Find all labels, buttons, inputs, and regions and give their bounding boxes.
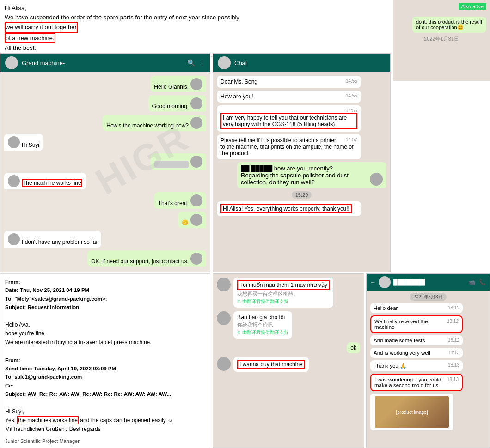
email-body-line2: of a new machine. xyxy=(5,33,291,44)
msg-avatar xyxy=(190,253,202,265)
mr-msg-left: Hi Alisa! Yes, everything works properly… xyxy=(217,201,361,216)
email-body2: hope you're fine. xyxy=(5,329,205,338)
subject2-label: Subject: xyxy=(5,391,26,397)
subject-label: Subject: xyxy=(5,304,26,310)
mr-msg-left: 14:57Please tell me if it is possible to… xyxy=(217,134,361,159)
bottom-mid-chat: Tôi muốn mua thêm 1 máy như vậy我想再买一台这样的… xyxy=(213,273,364,448)
br-image-bubble: [product image] xyxy=(370,394,453,430)
chat-msg-right: Hello Giannis, xyxy=(150,76,206,92)
email-body3: We are interested in buying a tri-layer … xyxy=(5,338,205,347)
msg-avatar xyxy=(8,175,20,187)
msg-avatar xyxy=(190,78,202,90)
mid-right-body: 14:55Dear Ms. Song14:55How are you!14:55… xyxy=(213,72,390,272)
back-icon[interactable]: ← xyxy=(370,279,376,285)
email-meta-1: From: Date: Thu, Nov 25, 2021 04:19 PM T… xyxy=(5,278,205,312)
bottom-mid-body: Tôi muốn mua thêm 1 máy như vậy我想再买一台这样的… xyxy=(213,274,364,448)
highlight-new-machine: of a new machine. xyxy=(5,33,55,44)
chat-msg-right: OK, if need our support, just contact us… xyxy=(87,250,206,267)
to-val: "Moly"<sales@grand-packing.com>; xyxy=(14,296,107,302)
mr-msg-left: 14:55How are you! xyxy=(217,91,361,103)
bottom-right-chat: ← ████████ 📹 📞 2022年5月3日18:12Hello dear1… xyxy=(366,273,490,448)
br-avatar xyxy=(379,276,391,288)
email-meta-2: From: Send time: Tuesday, April 19, 2022… xyxy=(5,356,205,399)
subject2-val: AW: Re: Re: AW: AW: Re: AW: Re: Re: AW: … xyxy=(28,391,172,397)
from-label: From: xyxy=(5,279,20,285)
br-msg: 18:12Hello dear xyxy=(370,303,463,313)
chat-window: Grand machine- 🔍 ⋮ Hello Giannis,Good mo… xyxy=(0,53,210,272)
mr-msg-right: ██ █████ how are you recently? Regarding… xyxy=(237,162,386,188)
email-body5: Yes, the machines works fine and the cap… xyxy=(5,416,205,425)
chat-msg-right: How's the machine working now? xyxy=(103,115,206,131)
bm-msg-left: Bạn báo giá cho tôi你给我报个价吧⊙ 由翻译君提供翻译支持 xyxy=(217,311,360,339)
chat-header: Grand machine- 🔍 ⋮ xyxy=(0,54,210,72)
time-divider: 15:29 xyxy=(292,191,312,199)
search-icon[interactable]: 🔍 xyxy=(187,59,195,67)
to2-val: sale1@grand-packing.com xyxy=(14,374,82,380)
top-right-date: 2022年1月31日 xyxy=(397,36,486,42)
bottom-left-email: From: Date: Thu, Nov 25, 2021 04:19 PM T… xyxy=(0,273,210,448)
msg-avatar xyxy=(190,117,202,129)
bm-msg-right: ok xyxy=(347,342,360,353)
msg-avatar xyxy=(190,194,202,206)
mid-right-avatar xyxy=(218,56,231,69)
menu-icon[interactable]: ⋮ xyxy=(199,59,205,67)
email-greeting: Hi Alisa, xyxy=(5,4,291,13)
product-image: [product image] xyxy=(375,396,449,428)
msg-avatar xyxy=(8,136,20,148)
top-right-chat: Also adve do it, this product is the res… xyxy=(393,0,490,81)
msg-avatar xyxy=(8,233,20,245)
also-adv-label: Also adve xyxy=(459,3,486,10)
signature-line1: Junior Scientific Project Manager xyxy=(5,437,205,446)
mr-msg-left: 14:55Dear Ms. Song xyxy=(217,76,361,88)
chat-msg-right: That's great. xyxy=(154,192,206,209)
body5-prefix: Yes, xyxy=(5,417,16,424)
chat-msg-left: Hi Suyi xyxy=(4,134,43,151)
mr-msg-left: 14:55I am very happy to tell you that ou… xyxy=(217,105,361,132)
to-label: To: xyxy=(5,296,13,302)
chat-msg-right: Good morning. xyxy=(148,95,206,112)
br-msg: 18:12And made some tests xyxy=(370,335,463,345)
highlight-carry-out: we will carry it out together xyxy=(5,22,78,33)
from2-label: From: xyxy=(5,357,20,363)
top-email-section: Hi Alisa, We have suspended the order of… xyxy=(0,0,296,57)
br-msg: 18:12We finally received the machine xyxy=(370,315,463,333)
subject-val: Request information xyxy=(28,304,80,310)
msg-avatar xyxy=(190,156,202,168)
to2-label: To: xyxy=(5,374,13,380)
call-icon[interactable]: 📞 xyxy=(479,279,486,285)
date-label: Date: xyxy=(5,287,18,293)
bm-avatar xyxy=(217,311,231,325)
bm-msg-left: Tôi muốn mua thêm 1 máy như vậy我想再买一台这样的… xyxy=(217,278,360,308)
cc-label: Cc: xyxy=(5,383,14,388)
br-msg: 18:13I was wondering if you could make a… xyxy=(370,374,463,391)
chat-avatar xyxy=(5,56,18,69)
email-body6: Mit freundlichen Grüßen / Best regards xyxy=(5,425,205,434)
date-val: Thu, Nov 25, 2021 04:19 PM xyxy=(20,287,89,293)
bottom-right-body: 2022年5月3日18:12Hello dear18:12We finally … xyxy=(367,291,490,448)
highlight-machines-fine: the machines works fine xyxy=(17,416,79,424)
video-icon[interactable]: 📹 xyxy=(468,279,475,285)
sendtime-label: Send time: xyxy=(5,366,32,371)
br-date-divider: 2022年5月3日 xyxy=(410,293,446,301)
br-header-icons: 📹 📞 xyxy=(468,279,486,285)
email-body1: Hello Ava, xyxy=(5,321,205,329)
msg-avatar xyxy=(190,97,202,109)
mid-right-title: Chat xyxy=(234,60,247,67)
email-body-line1: We have suspended the order of the spare… xyxy=(5,13,291,33)
chat-header-icons: 🔍 ⋮ xyxy=(187,59,205,67)
chat-msg-right: 😊 xyxy=(178,212,206,228)
mr-avatar-right xyxy=(370,173,383,186)
br-title: ████████ xyxy=(393,279,425,285)
signature-line2: R&D and Production xyxy=(5,446,205,448)
mid-right-chat: Chat 14:55Dear Ms. Song14:55How are you!… xyxy=(213,53,391,272)
chat-body: Hello Giannis,Good morning.How's the mac… xyxy=(0,72,210,272)
bm-msg-left: I wanna buy that machine xyxy=(217,357,360,372)
top-right-bubble: do it, this product is the result of our… xyxy=(412,17,486,33)
msg-avatar xyxy=(190,214,202,226)
sendtime-val: Tuesday, April 19, 2022 08:09 PM xyxy=(34,366,116,371)
email-closing: All the best. xyxy=(5,43,291,53)
bm-avatar xyxy=(217,357,231,371)
email-body4: Hi Suyi, xyxy=(5,407,205,416)
body5b: and the caps can be opened easily ☺ xyxy=(80,417,173,424)
chat-msg-left: I don't have any problem so far xyxy=(4,231,101,248)
